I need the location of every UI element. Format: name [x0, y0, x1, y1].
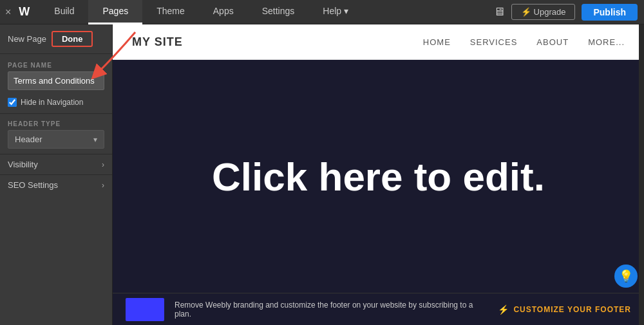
sidebar: New Page Done PAGE NAME Hide in Navigati… — [0, 24, 113, 325]
display-icon[interactable]: 🖥 — [493, 5, 505, 19]
site-nav: HOME SERVICES ABOUT MORE... — [423, 37, 625, 47]
tab-help[interactable]: Help ▾ — [308, 0, 363, 24]
nav-left: × W — [0, 5, 40, 19]
header-type-dropdown[interactable]: Header ▾ — [8, 130, 104, 149]
footer-banner: Remove Weebly branding and customize the… — [113, 293, 644, 325]
hero-text[interactable]: Click here to edit. — [212, 154, 545, 200]
visibility-chevron-icon: › — [102, 160, 104, 169]
tab-pages[interactable]: Pages — [88, 0, 142, 24]
done-btn-wrapper: Done — [52, 31, 93, 47]
nav-tabs: Build Pages Theme Apps Settings Help ▾ — [40, 0, 363, 24]
upgrade-button[interactable]: ⚡ Upgrade — [511, 4, 575, 20]
hero-area[interactable]: Click here to edit. — [113, 60, 644, 293]
page-name-label: PAGE NAME — [0, 54, 112, 71]
lightning-icon: ⚡ — [498, 304, 509, 315]
footer-image — [126, 298, 164, 321]
visibility-label: Visibility — [8, 160, 38, 169]
chevron-down-icon: ▾ — [93, 135, 97, 144]
nav-item-services[interactable]: SERVICES — [470, 37, 518, 47]
publish-button[interactable]: Publish — [582, 4, 638, 21]
visibility-row[interactable]: Visibility › — [0, 154, 112, 174]
close-icon[interactable]: × — [5, 6, 11, 18]
tab-settings[interactable]: Settings — [248, 0, 309, 24]
page-name-input[interactable] — [8, 71, 104, 90]
done-button[interactable]: Done — [52, 31, 93, 47]
seo-settings-label: SEO Settings — [8, 180, 58, 190]
top-nav: × W Build Pages Theme Apps Settings Help… — [0, 0, 644, 24]
weebly-logo: W — [19, 5, 30, 19]
nav-item-more[interactable]: MORE... — [588, 37, 625, 47]
nav-item-home[interactable]: HOME — [423, 37, 451, 47]
lightbulb-button[interactable]: 💡 — [614, 265, 638, 288]
tab-build[interactable]: Build — [40, 0, 88, 24]
seo-settings-row[interactable]: SEO Settings › — [0, 174, 112, 195]
sidebar-top: New Page Done — [0, 24, 112, 54]
site-header: MY SITE HOME SERVICES ABOUT MORE... — [113, 24, 644, 60]
footer-description: Remove Weebly branding and customize the… — [175, 301, 488, 319]
header-type-label: HEADER TYPE — [0, 114, 112, 130]
new-page-button[interactable]: New Page — [8, 34, 46, 44]
hide-nav-label: Hide in Navigation — [21, 98, 83, 107]
nav-item-about[interactable]: ABOUT — [536, 37, 569, 47]
seo-chevron-icon: › — [102, 181, 104, 190]
header-type-value: Header — [15, 135, 43, 144]
tab-apps[interactable]: Apps — [199, 0, 248, 24]
main-area: MY SITE HOME SERVICES ABOUT MORE... Clic… — [113, 24, 644, 325]
customize-footer-button[interactable]: ⚡ CUSTOMIZE YOUR FOOTER — [498, 304, 631, 315]
hide-nav-checkbox[interactable] — [8, 98, 17, 107]
site-logo: MY SITE — [132, 35, 183, 49]
nav-right: 🖥 ⚡ Upgrade Publish — [493, 4, 644, 21]
right-scrollbar[interactable] — [639, 24, 644, 325]
tab-theme[interactable]: Theme — [142, 0, 199, 24]
hide-nav-row: Hide in Navigation — [0, 95, 112, 114]
